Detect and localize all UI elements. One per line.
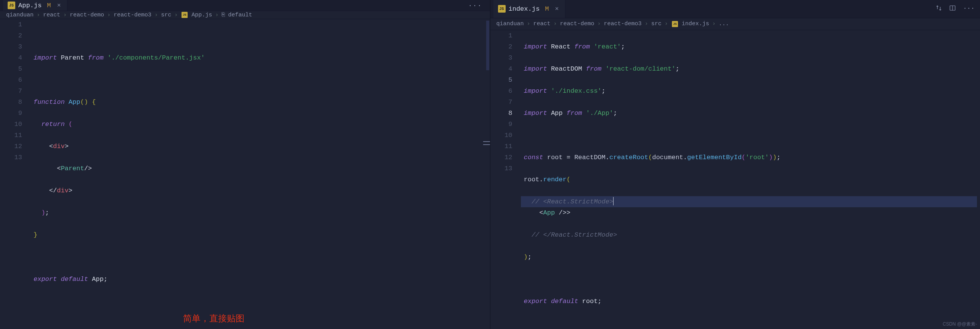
tab-overflow-icon[interactable]: ··· [461,2,490,9]
js-file-icon: JS [672,21,678,27]
breadcrumb[interactable]: qianduan› react› react-demo› react-demo3… [490,18,980,30]
text-cursor [613,197,614,205]
crumb[interactable]: default [228,12,252,18]
crumb[interactable]: ... [719,21,729,27]
js-file-icon: JS [498,5,506,13]
crumb[interactable]: react [533,21,551,27]
minimap-bracket-icon [483,141,490,142]
split-editor-icon[interactable] [949,5,956,13]
crumb[interactable]: src [161,12,171,18]
crumb[interactable]: qianduan [496,21,524,27]
tab-index-js[interactable]: JS index.js M × [493,0,566,18]
code-content[interactable]: import Parent from './components/Parent.… [31,19,490,329]
more-actions-icon[interactable]: ··· [963,5,975,13]
code-editor[interactable]: 12345678910111213 import React from 'rea… [490,30,980,329]
line-gutter: 12345678910111213 [0,19,31,329]
crumb[interactable]: react-demo [70,12,104,18]
editor-pane-left: JS App.js M × ··· qianduan› react› react… [0,0,490,329]
compare-changes-icon[interactable] [935,5,942,13]
code-content[interactable]: import React from 'react'; import ReactD… [521,30,980,329]
crumb[interactable]: react-demo3 [604,21,642,27]
crumb[interactable]: react [43,12,60,18]
crumb[interactable]: qianduan [6,12,34,18]
watermark-text: CSDN @@素素- [943,321,977,327]
editor-pane-right: JS index.js M × ··· qianduan› react› rea… [490,0,980,329]
minimap[interactable] [486,21,489,70]
modified-indicator: M [545,5,549,13]
crumb[interactable]: react-demo3 [114,12,151,18]
modified-indicator: M [47,2,51,9]
annotation-text: 简单，直接贴图 [183,313,244,324]
breadcrumb[interactable]: qianduan› react› react-demo› react-demo3… [0,11,490,19]
crumb[interactable]: react-demo [560,21,594,27]
crumb[interactable]: App.js [191,12,212,18]
tab-bar: JS App.js M × ··· [0,0,490,11]
crumb[interactable]: src [651,21,662,27]
code-editor[interactable]: 12345678910111213 import Parent from './… [0,19,490,329]
tab-app-js[interactable]: JS App.js M × [3,0,67,11]
tab-label: App.js [18,2,42,9]
tab-label: index.js [509,5,540,13]
tab-bar: JS index.js M × ··· [490,0,980,18]
crumb[interactable]: index.js [682,21,709,27]
js-file-icon: JS [8,2,15,9]
line-gutter: 12345678910111213 [490,30,521,329]
js-file-icon: JS [182,12,188,18]
close-icon[interactable]: × [57,2,61,9]
close-icon[interactable]: × [555,5,559,13]
split-editor: JS App.js M × ··· qianduan› react› react… [0,0,980,329]
